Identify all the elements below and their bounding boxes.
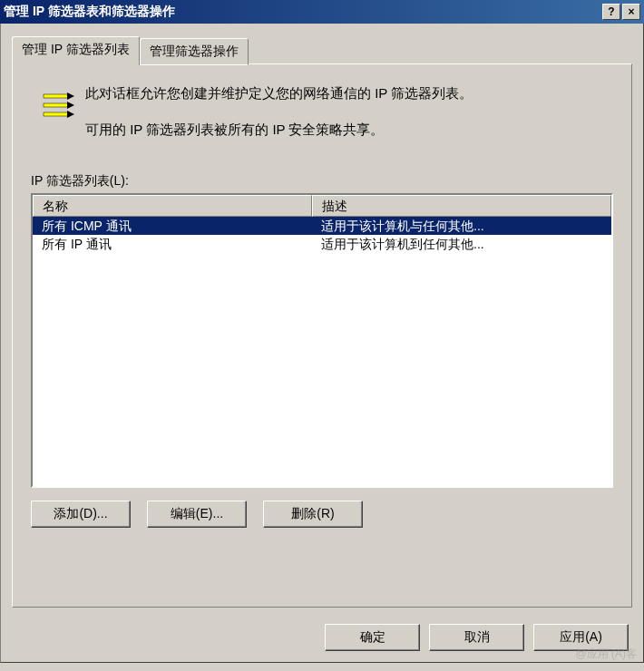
filter-icon: [40, 87, 76, 123]
info-row: 此对话框允许您创建并维护定义您的网络通信的 IP 筛选器列表。 可用的 IP 筛…: [31, 83, 613, 155]
dialog-footer: 确定 取消 应用(A): [0, 613, 644, 663]
row-name: 所有 ICMP 通讯: [33, 217, 312, 235]
list-body: 所有 ICMP 通讯 适用于该计算机与任何其他... 所有 IP 通讯 适用于该…: [33, 217, 611, 253]
row-desc: 适用于该计算机到任何其他...: [312, 235, 611, 253]
ok-button[interactable]: 确定: [325, 624, 420, 651]
svg-rect-2: [44, 112, 69, 116]
apply-button[interactable]: 应用(A): [533, 624, 629, 651]
titlebar: 管理 IP 筛选器表和筛选器操作 ? ×: [0, 0, 644, 24]
list-label: IP 筛选器列表(L):: [31, 173, 613, 190]
filter-list-box[interactable]: 名称 描述 所有 ICMP 通讯 适用于该计算机与任何其他... 所有 IP 通…: [31, 193, 613, 488]
tabs: 管理 IP 筛选器列表 管理筛选器操作: [12, 36, 632, 65]
dialog-body: 管理 IP 筛选器列表 管理筛选器操作 此对话框允许您创建并维护定义您的网络通信…: [0, 24, 644, 613]
edit-button[interactable]: 编辑(E)...: [147, 501, 247, 528]
list-header: 名称 描述: [33, 195, 611, 217]
close-button[interactable]: ×: [622, 4, 640, 20]
action-buttons: 添加(D)... 编辑(E)... 删除(R): [31, 501, 613, 528]
filter-icon-box: [31, 83, 85, 155]
column-desc[interactable]: 描述: [312, 195, 611, 217]
row-name: 所有 IP 通讯: [33, 235, 312, 253]
titlebar-buttons: ? ×: [602, 4, 640, 20]
tab-filter-list[interactable]: 管理 IP 筛选器列表: [12, 36, 140, 65]
add-button[interactable]: 添加(D)...: [31, 501, 131, 528]
column-name[interactable]: 名称: [33, 195, 312, 217]
window-title: 管理 IP 筛选器表和筛选器操作: [4, 4, 602, 20]
row-desc: 适用于该计算机与任何其他...: [312, 217, 611, 235]
remove-button[interactable]: 删除(R): [263, 501, 363, 528]
info-text: 此对话框允许您创建并维护定义您的网络通信的 IP 筛选器列表。 可用的 IP 筛…: [85, 83, 613, 155]
tab-content: 此对话框允许您创建并维护定义您的网络通信的 IP 筛选器列表。 可用的 IP 筛…: [12, 63, 632, 608]
info-line2: 可用的 IP 筛选器列表被所有的 IP 安全策略共享。: [85, 119, 613, 141]
help-button[interactable]: ?: [602, 4, 620, 20]
svg-rect-0: [44, 94, 69, 98]
list-row[interactable]: 所有 IP 通讯 适用于该计算机到任何其他...: [33, 235, 611, 253]
info-line1: 此对话框允许您创建并维护定义您的网络通信的 IP 筛选器列表。: [85, 83, 613, 104]
list-row[interactable]: 所有 ICMP 通讯 适用于该计算机与任何其他...: [33, 217, 611, 235]
cancel-button[interactable]: 取消: [429, 624, 524, 651]
tab-filter-action[interactable]: 管理筛选器操作: [140, 38, 249, 65]
svg-rect-1: [44, 103, 69, 107]
